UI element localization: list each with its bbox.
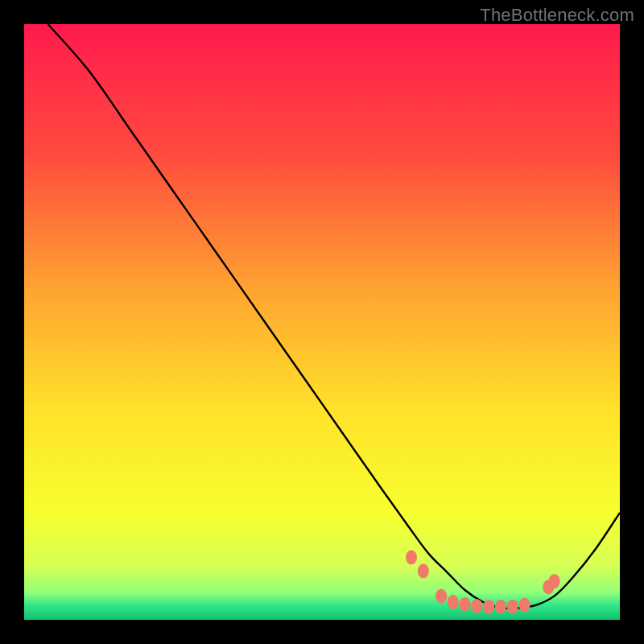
curve-marker: [549, 574, 560, 588]
curve-marker: [448, 595, 459, 609]
curve-marker: [495, 600, 506, 614]
curve-marker: [406, 550, 417, 564]
curve-marker: [460, 597, 471, 612]
curve-marker: [519, 598, 530, 613]
curve-marker: [483, 600, 494, 614]
curve-marker: [418, 564, 429, 578]
attribution-text: TheBottleneck.com: [480, 5, 634, 26]
plot-background: [24, 24, 620, 620]
curve-marker: [507, 600, 518, 614]
chart-container: TheBottleneck.com: [0, 0, 644, 644]
bottleneck-curve-chart: [0, 0, 644, 644]
curve-marker: [471, 599, 482, 613]
curve-marker: [436, 588, 447, 603]
